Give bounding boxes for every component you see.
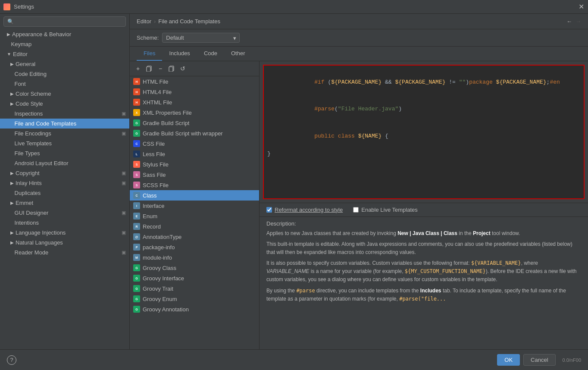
sidebar-item-reader-mode[interactable]: Reader Mode ▣	[0, 248, 129, 257]
sidebar-item-label: Copyright	[16, 170, 40, 176]
file-item-groovy-annotation[interactable]: G Groovy Annotation	[130, 304, 259, 314]
sidebar-item-code-style[interactable]: ▶ Code Style	[0, 99, 129, 109]
file-item-sass[interactable]: S Sass File	[130, 169, 259, 180]
file-item-label: package-info	[143, 244, 175, 251]
code-editor[interactable]: #if (${PACKAGE_NAME} && ${PACKAGE_NAME} …	[263, 65, 585, 199]
file-item-groovy-class[interactable]: G Groovy Class	[130, 263, 259, 273]
file-item-css[interactable]: C CSS File	[130, 138, 259, 149]
sidebar-item-copyright[interactable]: ▶ Copyright ▣	[0, 168, 129, 178]
sidebar-item-duplicates[interactable]: Duplicates	[0, 188, 129, 198]
keyword-class: class	[338, 133, 355, 139]
live-templates-checkbox-label[interactable]: Enable Live Templates	[353, 207, 418, 213]
file-item-groovy-interface[interactable]: G Groovy Interface	[130, 273, 259, 283]
ok-button[interactable]: OK	[497, 354, 520, 366]
svg-rect-1	[147, 67, 150, 72]
file-item-label: AnnotationType	[143, 234, 181, 240]
file-item-less[interactable]: L Less File	[130, 149, 259, 159]
dialog-title: Settings	[14, 3, 578, 10]
sidebar-item-lang-injections[interactable]: ▶ Language Injections ▣	[0, 228, 129, 238]
sidebar-item-keymap[interactable]: Keymap	[0, 39, 129, 49]
sidebar-item-intentions[interactable]: Intentions	[0, 218, 129, 228]
file-item-record[interactable]: R Record	[130, 221, 259, 232]
tab-code[interactable]: Code	[197, 47, 224, 61]
groovy-annotation-icon: G	[133, 306, 140, 313]
tab-includes[interactable]: Includes	[162, 47, 197, 61]
keyword-parse: #parse	[314, 106, 335, 112]
sidebar-item-editor[interactable]: ▼ Editor	[0, 49, 129, 59]
file-item-label: Gradle Build Script with wrapper	[143, 130, 223, 137]
file-item-package-info[interactable]: P package-info	[130, 242, 259, 252]
arrow-icon: ▼	[7, 52, 11, 56]
file-item-groovy-trait[interactable]: G Groovy Trait	[130, 283, 259, 294]
arrow-icon	[10, 131, 13, 136]
file-item-scss[interactable]: S SCSS File	[130, 180, 259, 190]
dialog-footer: ? OK Cancel 0.0/nF00	[0, 349, 588, 370]
sidebar-item-android-layout[interactable]: Android Layout Editor	[0, 158, 129, 168]
sidebar-item-appearance[interactable]: ▶ Appearance & Behavior	[0, 29, 129, 39]
arrow-icon: ▶	[10, 181, 14, 185]
file-item-html4[interactable]: H HTML4 File	[130, 87, 259, 97]
file-item-label: Groovy Interface	[143, 275, 184, 282]
copy-template-button[interactable]	[144, 64, 154, 73]
sidebar-item-code-editing[interactable]: Code Editing	[0, 69, 129, 79]
scheme-select[interactable]: Default Project	[162, 33, 240, 43]
arrow-icon	[10, 121, 13, 126]
close-button[interactable]: ✕	[578, 3, 585, 10]
file-item-module-info[interactable]: M module-info	[130, 252, 259, 263]
file-item-html[interactable]: H HTML File	[130, 76, 259, 87]
sidebar-item-general[interactable]: ▶ General	[0, 59, 129, 69]
file-item-gradle[interactable]: G Gradle Build Script	[130, 118, 259, 128]
file-item-groovy-enum[interactable]: G Groovy Enum	[130, 294, 259, 304]
file-item-annotation-type[interactable]: @ AnnotationType	[130, 232, 259, 242]
forward-button[interactable]: →	[575, 18, 581, 25]
remove-template-button[interactable]: −	[156, 64, 165, 73]
cancel-button[interactable]: Cancel	[523, 354, 555, 366]
sidebar-item-label: File and Code Templates	[15, 120, 77, 127]
reformat-checkbox-label[interactable]: Reformat according to style	[266, 207, 343, 213]
sidebar-item-label: Code Style	[16, 100, 43, 107]
sidebar-item-inlay-hints[interactable]: ▶ Inlay Hints ▣	[0, 178, 129, 188]
file-item-xhtml[interactable]: H XHTML File	[130, 97, 259, 107]
file-item-gradle-wrapper[interactable]: G Gradle Build Script with wrapper	[130, 128, 259, 138]
back-button[interactable]: ←	[566, 18, 572, 25]
var-package-name2: ${PACKAGE_NAME}	[395, 79, 445, 85]
sidebar-item-font[interactable]: Font	[0, 79, 129, 89]
arrow-icon: ▶	[10, 171, 14, 176]
sidebar-item-color-scheme[interactable]: ▶ Color Scheme	[0, 89, 129, 99]
annotation-icon: @	[133, 233, 140, 240]
arrow-icon: ▶	[10, 230, 14, 235]
options-row: Reformat according to style Enable Live …	[260, 203, 588, 216]
arrow-icon	[10, 151, 13, 156]
file-item-class[interactable]: C Class	[130, 190, 259, 201]
css-icon: C	[133, 140, 140, 147]
live-templates-label: Enable Live Templates	[361, 207, 418, 213]
sidebar-item-file-encodings[interactable]: File Encodings ▣	[0, 129, 129, 138]
sidebar-item-natural-langs[interactable]: ▶ Natural Languages	[0, 238, 129, 248]
arrow-icon: ▶	[10, 240, 14, 245]
sidebar-item-emmet[interactable]: ▶ Emmet	[0, 198, 129, 208]
reformat-label: Reformat according to style	[275, 207, 343, 213]
tab-files[interactable]: Files	[137, 47, 162, 61]
settings-dialog: Settings ✕ ▶ Appearance & Behavior Keyma…	[0, 0, 588, 370]
file-item-stylus[interactable]: S Stylus File	[130, 159, 259, 169]
sidebar-item-live-templates[interactable]: Live Templates	[0, 138, 129, 148]
search-input[interactable]	[3, 16, 126, 27]
file-item-label: Sass File	[143, 172, 166, 178]
live-templates-checkbox[interactable]	[353, 207, 359, 213]
file-item-interface[interactable]: I Interface	[130, 201, 259, 211]
title-bar: Settings ✕	[0, 0, 588, 14]
reformat-checkbox[interactable]	[266, 207, 272, 213]
add-template-button[interactable]: +	[133, 64, 143, 73]
file-item-label: CSS File	[143, 141, 165, 147]
file-item-xml-props[interactable]: X XML Properties File	[130, 107, 259, 118]
help-button[interactable]: ?	[7, 355, 16, 365]
sidebar-item-inspections[interactable]: Inspections ▣	[0, 109, 129, 119]
tab-other[interactable]: Other	[224, 47, 252, 61]
sidebar-item-file-code-templates[interactable]: File and Code Templates	[0, 119, 129, 129]
sidebar-item-file-types[interactable]: File Types	[0, 148, 129, 158]
sidebar-item-gui-designer[interactable]: GUI Designer ▣	[0, 208, 129, 218]
package-info-icon: P	[133, 244, 140, 251]
duplicate-template-button[interactable]	[167, 64, 176, 73]
reset-template-button[interactable]: ↺	[178, 64, 188, 73]
file-item-enum[interactable]: E Enum	[130, 211, 259, 221]
